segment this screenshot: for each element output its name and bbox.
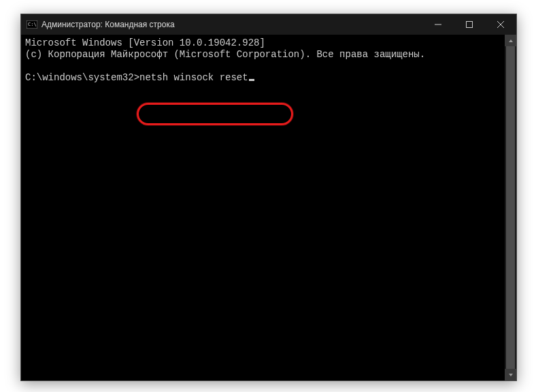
minimize-icon bbox=[435, 21, 441, 28]
terminal-prompt: C:\windows\system32> bbox=[25, 72, 139, 83]
svg-rect-2 bbox=[467, 22, 473, 28]
window-controls bbox=[422, 14, 516, 35]
svg-text:C:\: C:\ bbox=[28, 22, 37, 27]
vertical-scrollbar[interactable] bbox=[505, 35, 516, 380]
scroll-up-button[interactable] bbox=[505, 35, 516, 46]
scrollbar-thumb[interactable] bbox=[506, 46, 515, 369]
scroll-down-icon bbox=[508, 373, 514, 377]
text-cursor bbox=[249, 79, 254, 81]
window-content: Microsoft Windows [Version 10.0.19042.92… bbox=[21, 35, 516, 380]
terminal-line: Microsoft Windows [Version 10.0.19042.92… bbox=[25, 37, 265, 48]
maximize-icon bbox=[466, 21, 473, 28]
terminal-command: netsh winsock reset bbox=[139, 72, 248, 83]
terminal-area[interactable]: Microsoft Windows [Version 10.0.19042.92… bbox=[21, 35, 505, 380]
maximize-button[interactable] bbox=[454, 14, 485, 35]
window-title: Администратор: Командная строка bbox=[41, 20, 175, 29]
cmd-icon: C:\ bbox=[27, 19, 37, 30]
titlebar[interactable]: C:\ Администратор: Командная строка bbox=[21, 14, 516, 35]
close-icon bbox=[497, 21, 504, 28]
scroll-down-button[interactable] bbox=[505, 369, 516, 380]
cmd-window: C:\ Администратор: Командная строка Micr… bbox=[20, 14, 517, 381]
close-button[interactable] bbox=[485, 14, 516, 35]
scroll-up-icon bbox=[508, 39, 514, 43]
minimize-button[interactable] bbox=[422, 14, 454, 35]
scrollbar-track[interactable] bbox=[505, 46, 516, 369]
terminal-line: (c) Корпорация Майкрософт (Microsoft Cor… bbox=[25, 49, 425, 60]
